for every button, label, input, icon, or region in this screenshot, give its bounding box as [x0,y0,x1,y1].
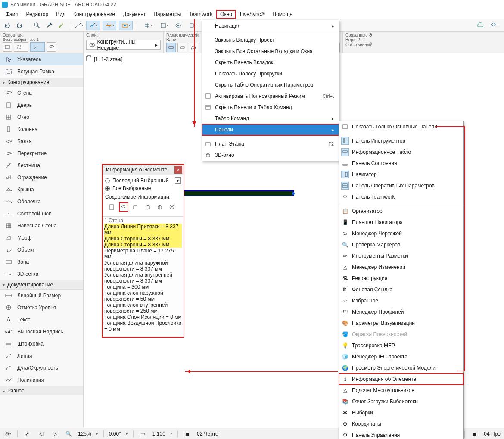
tool-door[interactable]: Дверь [0,99,83,111]
inject-button[interactable] [56,21,66,30]
menu-help[interactable]: Помощь [269,10,296,19]
menu-view[interactable]: Вид [52,10,69,19]
tab-ifc-icon[interactable] [155,202,165,212]
tab-other-icon[interactable] [167,202,177,212]
visibility-button[interactable] [174,21,183,30]
panel-library-report[interactable]: 📚Отчет Загрузки Библиотеки [339,396,463,407]
menu-3d-window[interactable]: 3D-окно [202,149,339,161]
panel-tracker[interactable]: Панель Оперативных Параметров [339,180,463,191]
panel-nav-tablet[interactable]: 📱Планшет Навигатора [339,217,463,228]
snap-point-button[interactable]: ▾ [119,21,133,30]
tool-railing[interactable]: Ограждение [0,171,83,184]
tool-wall[interactable]: Стена [0,87,83,99]
toolbox-group-document[interactable]: ▾Документирование [0,280,83,290]
tool-linear-dim[interactable]: Линейный Размер [0,290,83,302]
zoom-fit-button[interactable]: ⤢ [23,430,31,438]
snap-guide-button[interactable]: ▾ [103,21,116,30]
menu-show-scrollbar[interactable]: Показать Полосу Прокрутки [202,68,339,79]
tool-pointer[interactable]: Указатель [0,53,83,65]
menu-teamwork[interactable]: Teamwork [185,10,216,19]
tool-beam[interactable]: Балка [0,135,83,147]
menu-editor[interactable]: Редактор [22,10,53,19]
tool-shell[interactable]: Оболочка [0,196,83,208]
panel-coordinates[interactable]: ⊕Координаты [339,418,463,430]
tool-morph[interactable]: Морф [0,232,83,244]
tool-polyline[interactable]: Полилиния [0,374,83,386]
tab-area-icon[interactable] [131,202,140,212]
wall-icon-button[interactable] [47,42,56,52]
panel-marker-check[interactable]: 🔍Проверка Маркеров [339,239,463,250]
menu-design[interactable]: Конструирование [69,10,119,19]
menu-hide-tracker[interactable]: Скрыть Табло Оперативных Параметров [202,79,339,90]
tool-object[interactable]: Объект [0,244,83,256]
menu-hide-tabbar[interactable]: Скрыть Панель Вкладок [202,57,339,68]
tab-general-icon[interactable] [107,202,116,212]
select-all-button[interactable] [14,42,28,52]
panel-markup-tools[interactable]: ✏Инструменты Разметки [339,250,463,262]
tool-mesh[interactable]: 3D-сетка [0,268,83,280]
panel-ifc-manager[interactable]: 🧊Менеджер IFC-проекта [339,351,463,362]
menu-options[interactable]: Параметры [149,10,185,19]
cloud-button[interactable] [476,21,485,30]
tool-roof[interactable]: Крыша [0,184,83,196]
bracket-button[interactable]: ▾ [186,21,199,30]
panel-profile-manager[interactable]: ⬚Менеджер Профилей [339,306,463,318]
undo-button[interactable] [3,21,12,30]
panel-control[interactable]: ⚙Панель Управления [339,430,463,439]
play-button[interactable]: ▶ [175,177,181,184]
panel-change-manager[interactable]: △Менеджер Изменений [339,262,463,273]
menu-close-others[interactable]: Закрыть Все Остальные Вкладки и Окна [202,46,339,57]
menu-panels[interactable]: Панели▸ [202,124,339,135]
menu-document[interactable]: Документ [119,10,149,19]
panel-navigator[interactable]: Навигатор [339,169,463,180]
reference-button[interactable]: ▾ [157,21,171,30]
panel-selections[interactable]: ✱Выборки [339,407,463,418]
floor-plan-tab[interactable]: [1. 1-й этаж] [86,56,123,62]
panel-teamwork[interactable]: Панель Teamwork [339,191,463,202]
panel-favorites[interactable]: ☆Избранное [339,295,463,306]
geom-poly-button[interactable] [189,43,198,52]
zoom-prev-button[interactable]: ◁ [37,430,45,438]
toolbox-group-design[interactable]: ▾Конструирование [0,78,83,87]
tool-marquee[interactable]: Бегущая Рамка [0,65,83,78]
panel-renovation[interactable]: 🏗Реконструкция [339,273,463,284]
element-info-header[interactable]: Информация о Элементе × [103,165,184,175]
menu-navigation[interactable]: Навигация▸ [202,20,339,31]
menu-window[interactable]: Окно [216,10,236,19]
tool-slab[interactable]: Перекрытие [0,147,83,159]
toolbox-group-other[interactable]: ▸Разное [0,386,83,395]
filter-button[interactable]: ▾ [488,21,501,30]
radio-all-selected[interactable]: Все Выбранные [105,184,181,192]
panel-drawing-manager[interactable]: 🗂Менеджер Чертежей [339,228,463,239]
zoom-value[interactable]: 125% [78,431,91,437]
panel-toolbox[interactable]: Панель Инструментов [339,135,463,146]
pick-button[interactable] [32,21,42,30]
menu-file[interactable]: Файл [2,10,22,19]
settings-button[interactable] [3,42,12,52]
tool-arc[interactable]: Дуга/Окружность [0,362,83,374]
menu-floor-plan[interactable]: План ЭтажаF2 [202,138,339,149]
grid-button[interactable]: ▾ [141,21,155,30]
tool-stair[interactable]: Лестница [0,159,83,171]
panel-energy[interactable]: 🌍Просмотр Энергетической Модели [339,362,463,374]
tab-size-icon[interactable] [119,202,128,212]
status-options-button[interactable]: ⚙▾ [3,430,12,438]
tool-line[interactable]: Линия [0,350,83,362]
panel-infotablo[interactable]: Информационное Табло [339,146,463,158]
geom-trapez-button[interactable] [177,43,187,52]
zoom-in-button[interactable]: 🔍 [64,430,73,438]
panel-element-info[interactable]: ℹИнформация об Элементе [339,374,463,385]
redo-button[interactable] [15,21,24,30]
panel-render-settings[interactable]: 🎨Параметры Визуализации [339,318,463,329]
drawing-set-right[interactable]: 04 Про [484,431,501,437]
panel-organizer[interactable]: 📋Организатор [339,205,463,217]
angle-value[interactable]: 0,00° [109,431,121,437]
tool-window[interactable]: Окно [0,111,83,123]
menu-close-tab[interactable]: Закрыть Вкладку Проект [202,34,339,46]
snap-mid-button[interactable]: ▾ [86,21,100,30]
tool-column[interactable]: Колонна [0,123,83,135]
close-button[interactable]: × [174,166,182,174]
tool-level-dim[interactable]: Отметка Уровня [0,302,83,314]
menu-fullscreen[interactable]: Активировать Полноэкранный РежимCtrl+\ [202,90,339,102]
measure-button[interactable]: ▾ [74,21,84,30]
